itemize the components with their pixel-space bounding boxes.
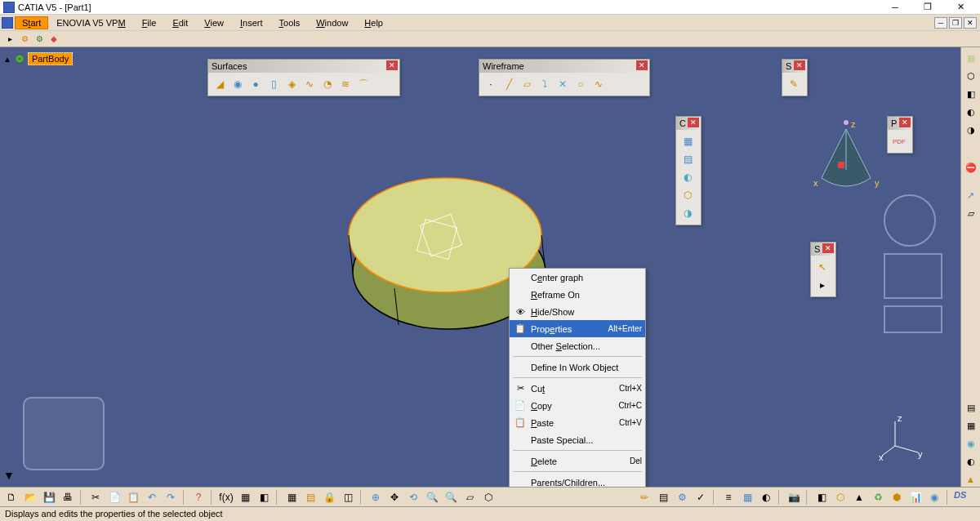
- menu-item-0[interactable]: ENOVIA V5 VPM: [48, 16, 133, 29]
- c-toolbar-header[interactable]: C✕: [676, 117, 701, 130]
- select-more-icon[interactable]: ▸: [814, 277, 831, 293]
- bt-icon-r8[interactable]: ⬡: [832, 489, 849, 505]
- start-menu-button[interactable]: Start: [15, 16, 48, 29]
- view-shape-circle[interactable]: [884, 194, 936, 247]
- iso-icon[interactable]: ⬡: [480, 489, 497, 505]
- menu-item-6[interactable]: Window: [308, 16, 356, 29]
- blend-icon[interactable]: ⌒: [355, 76, 372, 92]
- bt-chart-icon[interactable]: 📊: [907, 489, 924, 505]
- p-toolbar[interactable]: P✕ PDF: [887, 116, 913, 154]
- rs-no-entry-icon[interactable]: ⛔: [964, 160, 978, 175]
- c-tool-5[interactable]: ◑: [679, 205, 696, 221]
- redo-icon[interactable]: ↷: [163, 489, 179, 505]
- tree-scroll-down[interactable]: ▼: [3, 469, 15, 482]
- context-menu-item-10[interactable]: 📋PasteCtrl+V: [510, 414, 645, 431]
- rs-icon-3[interactable]: ◧: [964, 87, 978, 101]
- open-icon[interactable]: 📂: [22, 489, 38, 505]
- c-tool-1[interactable]: ▦: [679, 133, 696, 149]
- s2-close-button[interactable]: ✕: [822, 243, 834, 253]
- menu-item-7[interactable]: Help: [356, 16, 391, 29]
- bt-icon-4[interactable]: ▤: [302, 489, 318, 505]
- mdi-restore-button[interactable]: ❐: [949, 17, 962, 29]
- fill-icon[interactable]: ◔: [319, 76, 336, 92]
- menu-item-1[interactable]: File: [134, 16, 165, 29]
- p-tool-pdf-icon[interactable]: PDF: [891, 133, 907, 149]
- intersection-icon[interactable]: ✕: [555, 76, 571, 92]
- p-toolbar-header[interactable]: P✕: [888, 117, 912, 130]
- context-menu-item-15[interactable]: Parents/Children...: [510, 474, 645, 487]
- wireframe-close-button[interactable]: ✕: [636, 60, 648, 70]
- formula-icon[interactable]: f(x): [218, 489, 234, 505]
- partbody-node[interactable]: PartBody: [28, 52, 73, 65]
- s1-toolbar-header[interactable]: S✕: [782, 60, 807, 73]
- s2-toolbar[interactable]: S✕ ↖ ▸: [810, 242, 836, 297]
- rs-icon-10[interactable]: ◉: [964, 436, 978, 451]
- bt-icon-r11[interactable]: ⬢: [889, 489, 905, 505]
- camera-icon[interactable]: 📷: [786, 489, 802, 505]
- c-tool-2[interactable]: ▤: [679, 151, 696, 167]
- rotate-icon[interactable]: ⟲: [405, 489, 421, 505]
- bt-icon-3[interactable]: ▦: [283, 489, 300, 505]
- sphere-icon[interactable]: ●: [247, 76, 264, 92]
- save-icon[interactable]: 💾: [41, 489, 57, 505]
- context-menu-item-8[interactable]: ✂CutCtrl+X: [510, 380, 645, 397]
- projection-icon[interactable]: ⤵: [537, 76, 553, 92]
- circle-icon[interactable]: ○: [572, 76, 589, 92]
- print-icon[interactable]: 🖶: [60, 489, 76, 505]
- bt-icon-r4[interactable]: ✓: [693, 489, 709, 505]
- menu-item-3[interactable]: View: [196, 16, 232, 29]
- bt-icon-r7[interactable]: ◧: [813, 489, 830, 505]
- line-icon[interactable]: ╱: [501, 76, 517, 92]
- dassault-logo[interactable]: DS: [954, 490, 977, 505]
- tb-icon-2[interactable]: ⚙: [33, 33, 46, 46]
- rs-icon-2[interactable]: ⬡: [964, 69, 978, 83]
- bt-layers-icon[interactable]: ≡: [720, 489, 737, 505]
- view-shape-rect2[interactable]: [884, 305, 942, 333]
- tb-icon-3[interactable]: ◆: [47, 33, 60, 46]
- copy-icon[interactable]: 📄: [106, 489, 122, 505]
- s1-toolbar[interactable]: S✕ ✎: [782, 59, 808, 96]
- bt-icon-r1[interactable]: ✏: [636, 489, 653, 505]
- context-menu[interactable]: Center graphReframe On👁Hide/Show📋Propert…: [509, 268, 646, 487]
- wireframe-toolbar-header[interactable]: Wireframe ✕: [479, 60, 649, 73]
- fit-all-icon[interactable]: ⊕: [368, 489, 384, 505]
- zoom-out-icon[interactable]: 🔍: [443, 489, 459, 505]
- c-tool-4[interactable]: ⬡: [679, 187, 696, 203]
- rs-icon-8[interactable]: ▤: [964, 400, 978, 415]
- c-toolbar[interactable]: C✕ ▦ ▤ ◐ ⬡ ◑: [675, 116, 702, 225]
- view-shape-rect1[interactable]: [884, 253, 942, 299]
- context-menu-item-11[interactable]: Paste Special...: [510, 431, 645, 448]
- spline-icon[interactable]: ∿: [590, 76, 607, 92]
- spec-tree[interactable]: ▲ PartBody: [3, 52, 73, 65]
- surfaces-toolbar[interactable]: Surfaces ✕ ◢ ◉ ● ▯ ◈ ∿ ◔ ≋ ⌒: [207, 59, 400, 96]
- bt-icon-r5[interactable]: ▦: [739, 489, 755, 505]
- tb-expand-icon[interactable]: ▸: [3, 33, 16, 46]
- rs-icon-6[interactable]: ↗: [964, 188, 978, 203]
- rs-icon-4[interactable]: ◐: [964, 105, 978, 119]
- rs-icon-5[interactable]: ◑: [964, 122, 978, 137]
- tb-icon-1[interactable]: ⚙: [18, 33, 31, 46]
- minimize-button[interactable]: ─: [879, 0, 911, 15]
- bt-icon-1[interactable]: ▦: [237, 489, 253, 505]
- rs-icon-7[interactable]: ▱: [964, 206, 978, 220]
- menu-item-2[interactable]: Edit: [164, 16, 196, 29]
- viewport[interactable]: ▲ PartBody ▼ z x y z y x: [0, 47, 960, 487]
- revolve-icon[interactable]: ◉: [229, 76, 246, 92]
- bt-icon-r6[interactable]: ◐: [758, 489, 774, 505]
- context-menu-item-4[interactable]: Other Selection...: [510, 337, 645, 354]
- bt-icon-r2[interactable]: ▤: [655, 489, 671, 505]
- point-icon[interactable]: ·: [483, 76, 499, 92]
- normal-view-icon[interactable]: ▱: [461, 489, 478, 505]
- cylinder-icon[interactable]: ▯: [265, 76, 282, 92]
- context-menu-item-6[interactable]: Define In Work Object: [510, 358, 645, 376]
- rs-icon-11[interactable]: ◐: [964, 454, 978, 469]
- context-menu-item-2[interactable]: 👁Hide/Show: [510, 303, 645, 320]
- menu-item-5[interactable]: Tools: [271, 16, 309, 29]
- context-menu-item-1[interactable]: Reframe On: [510, 286, 645, 303]
- p-close-button[interactable]: ✕: [899, 118, 911, 127]
- context-menu-item-9[interactable]: 📄CopyCtrl+C: [510, 397, 645, 414]
- tree-expand-arrow[interactable]: ▲: [3, 55, 11, 64]
- offset-icon[interactable]: ◈: [283, 76, 300, 92]
- bt-lock-icon[interactable]: 🔒: [321, 489, 337, 505]
- new-icon[interactable]: 🗋: [3, 489, 20, 505]
